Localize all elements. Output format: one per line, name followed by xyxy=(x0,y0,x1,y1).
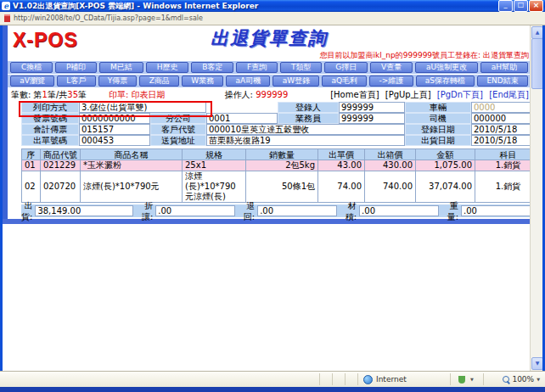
salesman-field[interactable]: 999999 xyxy=(339,113,405,124)
button-query[interactable]: F查詢 xyxy=(236,62,278,73)
reg-date-label: 登錄日期 xyxy=(405,124,471,135)
ship-address-field[interactable]: 苗栗縣光復路19 xyxy=(206,135,405,146)
ie-icon: e xyxy=(2,2,10,10)
customer-code-field[interactable]: 000010皇英立達五穀豐收 xyxy=(206,124,405,135)
button-login[interactable]: aW登錄 xyxy=(272,76,319,87)
vertical-scrollbar[interactable]: ▲ ▼ xyxy=(530,25,542,371)
scroll-up-button[interactable]: ▲ xyxy=(531,26,543,39)
total-volume-value: .00 xyxy=(359,205,439,216)
voucher-label: 會計傳票 xyxy=(21,124,79,135)
col-name: 商品名稱 xyxy=(81,149,183,160)
scroll-down-button[interactable]: ▼ xyxy=(531,357,543,370)
nav-pgdn[interactable]: [PgDn下頁] xyxy=(437,90,483,99)
cell-amount: 1,075.00 xyxy=(416,160,475,171)
shield-icon xyxy=(458,376,465,384)
cell-qty: 2包5kg xyxy=(246,160,318,171)
url-text[interactable]: http://win2008/te/O_CData/Tijia.asp?page… xyxy=(14,14,203,22)
scrollbar-thumb[interactable] xyxy=(531,38,543,89)
nav-pgup[interactable]: [PgUp上頁] xyxy=(385,90,431,99)
button-profit[interactable]: aQ毛利 xyxy=(322,76,367,87)
phishing-filter[interactable]: ▼ xyxy=(450,373,481,385)
status-panel xyxy=(332,373,343,385)
voucher-field[interactable]: 015157 xyxy=(79,124,150,135)
form-spacer xyxy=(206,102,278,113)
total-discount-value: .00 xyxy=(155,205,235,216)
nav-home[interactable]: [Home首頁] xyxy=(330,90,379,99)
operator-value: 999999 xyxy=(256,90,288,99)
invoice-no-label: 發票號碼 xyxy=(21,113,79,124)
order-no-field[interactable]: 000453 xyxy=(79,135,150,146)
button-maintain[interactable]: ->維護 xyxy=(369,76,413,87)
caret-down-icon: ▼ xyxy=(537,377,540,382)
invoice-no-field[interactable]: 0000000000 xyxy=(79,113,150,124)
driver-label: 司機 xyxy=(405,113,471,124)
address-bar[interactable]: http://win2008/te/O_CData/Tijia.asp?page… xyxy=(0,12,545,25)
button-closed[interactable]: M已結 xyxy=(99,62,143,73)
branch-field[interactable]: 0001 xyxy=(206,113,278,124)
button-save-export[interactable]: aS保存轉檔 xyxy=(416,76,475,87)
button-switch-file[interactable]: C換檔 xyxy=(10,62,53,73)
button-pick-date[interactable]: G擇日 xyxy=(324,62,368,73)
browser-window: e V1.02出退貨查詢[X-POS 雲端網] - Windows Intern… xyxy=(0,0,545,392)
window-bottom-edge xyxy=(0,387,545,392)
order-no-label: 出單號碼 xyxy=(21,135,79,146)
login-notice: 您目前以加盟商ikl_np的999999號員工登錄在: 出退貨單查詢 xyxy=(320,50,529,61)
col-box-price: 出箱價 xyxy=(365,149,416,160)
zoom-level: 100% xyxy=(512,375,534,384)
minimize-button[interactable]: _ xyxy=(498,0,513,12)
total-weight: 重量: .00 xyxy=(439,200,541,222)
close-button[interactable]: × xyxy=(529,0,543,12)
button-end[interactable]: END結束 xyxy=(477,76,528,87)
cell-spec: 25x1 xyxy=(183,160,246,171)
cell-code: 021229 xyxy=(41,160,81,171)
totals-bar: 出貨: 38,149.00 折讓: .00 退回: .00 材積: .00 重量… xyxy=(21,204,541,217)
nav-end[interactable]: [End尾頁] xyxy=(489,90,529,99)
status-bar: Internet ▼ 100% ▼ xyxy=(0,371,545,387)
registrant-field[interactable]: 999999 xyxy=(339,102,405,113)
button-customer[interactable]: L客戶 xyxy=(57,76,95,87)
total-ship: 出貨: 38,149.00 xyxy=(21,200,133,222)
button-help[interactable]: aH幫助 xyxy=(480,62,528,73)
button-history[interactable]: H歷史 xyxy=(146,62,189,73)
branch-label: 分公司 xyxy=(150,113,206,124)
button-voucher[interactable]: Y傳票 xyxy=(98,76,138,87)
table-row[interactable]: 02 020720 涼煙(長)*10*790元 涼煙(長)*10*790元涼煙(… xyxy=(22,171,542,203)
button-reprint[interactable]: P補印 xyxy=(55,62,97,73)
customer-code-label: 客戶代號 xyxy=(150,124,206,135)
registrant-label: 登錄人 xyxy=(278,102,339,113)
items-table: 序 商品代號 商品名稱 規格 銷數量 出單價 出箱價 金額 科目 01 0212 xyxy=(21,148,542,203)
col-spec: 規格 xyxy=(183,149,246,160)
toolbar-row-2: aV瀏覽 L客戶 Y傳票 Z商品 W業務 aA司機 aW登錄 aQ毛利 ->維護… xyxy=(8,75,531,87)
total-return: 退回: .00 xyxy=(235,200,337,222)
order-form: 列印方式 3.儲位(出貨單雙) 登錄人 999999 車輛 0000 發票號碼 … xyxy=(21,102,541,146)
button-type[interactable]: T類型 xyxy=(280,62,322,73)
maximize-button[interactable]: □ xyxy=(514,0,528,12)
cell-box-price: 430.00 xyxy=(365,160,416,171)
operator-label: 操作人: 999999 xyxy=(225,89,289,101)
table-row[interactable]: 01 021229 *玉米澱粉 25x1 2包5kg 43.00 430.00 … xyxy=(22,160,542,171)
print-mode-label: 列印方式 xyxy=(21,102,79,113)
magnifier-icon xyxy=(503,376,509,383)
print-mode-field[interactable]: 3.儲位(出貨單雙) xyxy=(79,102,206,113)
window-title: V1.02出退貨查詢[X-POS 雲端網] - Windows Internet… xyxy=(13,1,498,12)
cell-name: 涼煙(長)*10*790元 xyxy=(81,171,183,203)
button-salesman[interactable]: W業務 xyxy=(182,76,223,87)
page-title: 出退貨單查詢 xyxy=(8,26,531,50)
cell-qty: 50條1包 xyxy=(246,171,318,203)
col-unit-price: 出單價 xyxy=(318,149,365,160)
security-zone: Internet xyxy=(357,373,448,385)
globe-icon xyxy=(363,375,373,384)
button-force-change[interactable]: aU強制更改 xyxy=(415,62,478,73)
info-bar: 筆數: 第1筆/共35筆 印單: 印表日期 操作人: 999999 [Home首… xyxy=(8,89,531,101)
button-customer-set[interactable]: B客定 xyxy=(191,62,233,73)
button-browse[interactable]: aV瀏覽 xyxy=(10,76,54,87)
zoom-control[interactable]: 100% ▼ xyxy=(483,373,543,385)
page-header: X-POS 出退貨單查詢 您目前以加盟商ikl_np的999999號員工登錄在:… xyxy=(8,25,531,61)
button-check-qty[interactable]: V查量 xyxy=(370,62,413,73)
button-driver[interactable]: aA司機 xyxy=(226,76,270,87)
col-seq: 序 xyxy=(22,149,41,160)
button-product[interactable]: Z商品 xyxy=(139,76,179,87)
cell-amount: 37,074.00 xyxy=(416,171,475,203)
cell-unit-price: 74.00 xyxy=(318,171,365,203)
vehicle-label: 車輛 xyxy=(405,102,471,113)
